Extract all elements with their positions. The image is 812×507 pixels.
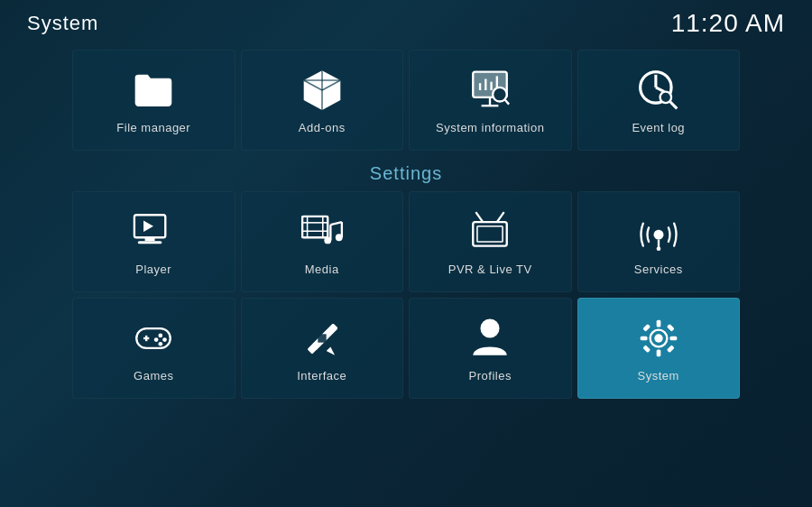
profiles-icon [466,315,513,362]
svg-point-40 [653,229,663,239]
tile-interface-label: Interface [297,369,346,383]
clock: 11:20 AM [671,9,785,38]
svg-line-14 [505,99,510,104]
svg-rect-61 [642,323,651,331]
tile-media-label: Media [305,263,339,276]
svg-rect-58 [656,349,660,356]
svg-rect-24 [138,241,162,244]
svg-point-46 [159,333,163,337]
svg-point-56 [654,334,662,342]
svg-point-48 [162,337,167,342]
event-log-icon [635,67,682,114]
svg-rect-62 [667,323,675,331]
svg-point-34 [324,236,331,244]
svg-rect-64 [667,345,675,353]
top-row: File manager Add-ons [0,42,812,158]
tile-system-label: System [638,369,679,383]
svg-line-38 [497,212,504,222]
tile-services-label: Services [634,263,683,276]
svg-rect-59 [640,336,647,340]
svg-marker-22 [143,220,153,232]
media-icon [299,208,346,255]
svg-rect-63 [642,345,651,353]
svg-point-47 [154,337,159,342]
system-icon [635,315,682,362]
svg-line-19 [669,101,677,108]
tile-games-label: Games [134,369,173,383]
svg-point-55 [482,319,499,336]
tile-add-ons[interactable]: Add-ons [241,50,404,151]
tile-event-log-label: Event log [632,121,685,134]
services-icon [635,208,682,255]
settings-row-1: Player Media [0,191,812,292]
svg-point-49 [159,341,163,346]
player-icon [130,208,177,255]
tile-services[interactable]: Services [577,191,741,292]
svg-point-42 [656,246,660,251]
tile-pvr-live-tv[interactable]: PVR & Live TV [409,191,572,292]
system-information-icon [466,67,513,114]
svg-rect-60 [669,336,677,340]
svg-rect-57 [656,319,660,327]
interface-icon [299,315,346,362]
header: System 11:20 AM [0,0,812,42]
tile-player-label: Player [135,263,171,276]
tile-system[interactable]: System [577,298,741,399]
app-title: System [27,12,98,35]
svg-line-17 [656,87,664,91]
svg-rect-53 [318,334,326,342]
svg-rect-39 [477,226,503,241]
tile-games[interactable]: Games [72,298,235,399]
tile-add-ons-label: Add-ons [299,121,346,134]
tile-system-information[interactable]: System information [409,50,572,151]
tile-file-manager-label: File manager [116,121,190,134]
add-ons-icon [299,67,346,114]
pvr-live-tv-icon [466,208,513,255]
settings-label: Settings [0,158,812,191]
svg-rect-26 [302,216,328,236]
svg-point-20 [660,91,671,103]
tile-file-manager[interactable]: File manager [72,50,235,151]
svg-line-31 [330,222,342,225]
tile-profiles-label: Profiles [469,369,512,383]
svg-marker-51 [326,346,334,355]
tile-interface[interactable]: Interface [241,298,404,399]
tile-media[interactable]: Media [241,191,404,292]
tile-profiles[interactable]: Profiles [409,298,572,399]
tile-event-log[interactable]: Event log [577,50,741,151]
games-icon [130,315,177,362]
settings-row-2: Games Interface [0,298,812,399]
svg-point-35 [336,234,343,241]
tile-pvr-live-tv-label: PVR & Live TV [448,263,532,276]
tile-system-information-label: System information [436,121,544,134]
svg-line-37 [476,212,484,222]
file-manager-icon [130,67,177,114]
tile-player[interactable]: Player [72,191,235,292]
